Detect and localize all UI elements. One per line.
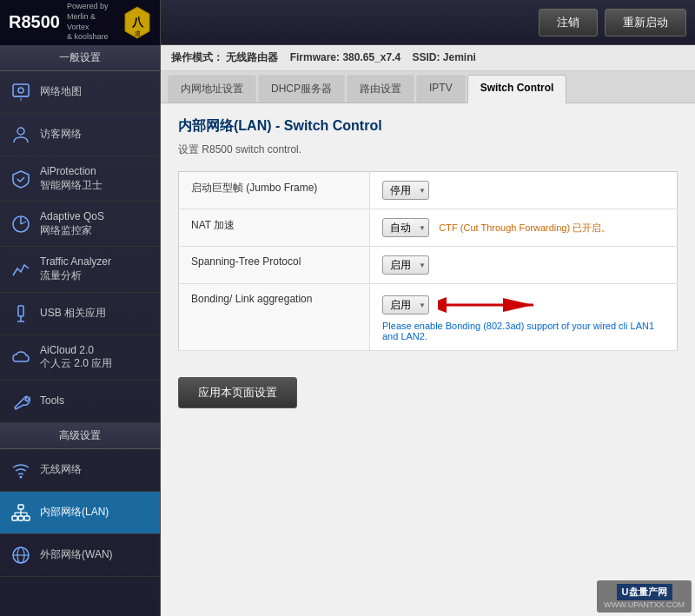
select-wrapper-nat: 自动 启用 停用 (382, 218, 429, 237)
wan-icon (9, 543, 33, 567)
header-buttons: 注销 重新启动 (539, 9, 695, 36)
bonding-note: Please enable Bonding (802.3ad) support … (382, 321, 665, 341)
map-icon (9, 80, 33, 104)
sidebar-label-ai-protection: AiProtection 智能网络卫士 (40, 165, 103, 192)
tab-switch-control[interactable]: Switch Control (467, 75, 567, 103)
main-layout: 一般设置 网络地图 访客网络 AiProtection 智能网络卫士 Adapt… (0, 45, 695, 616)
page-content: 内部网络(LAN) - Switch Control 设置 R8500 swit… (161, 103, 695, 365)
sidebar-item-aicloud[interactable]: AiCloud 2.0 个人云 2.0 应用 (0, 335, 160, 381)
table-row-spanning-tree: Spanning-Tree Protocol 启用 停用 (179, 247, 678, 284)
watermark-logo: U盘量产网 (617, 584, 672, 600)
svg-point-5 (18, 88, 23, 93)
sidebar-section-general: 一般设置 (0, 45, 160, 71)
svg-text:八: 八 (131, 16, 144, 29)
top-header: R8500 Powered by Merlin & Vortex & kools… (0, 0, 695, 45)
usb-icon (9, 301, 33, 326)
field-label-bonding: Bonding/ Link aggregation (179, 284, 370, 351)
field-label-spanning-tree: Spanning-Tree Protocol (179, 247, 370, 284)
spanning-tree-select[interactable]: 启用 停用 (382, 255, 429, 275)
table-row-jumbo: 启动巨型帧 (Jumbo Frame) 停用 启用 (179, 172, 678, 209)
nat-note: CTF (Cut Through Forwarding) 已开启。 (439, 222, 611, 233)
sidebar-item-lan[interactable]: 内部网络(LAN) (0, 492, 160, 534)
select-wrapper-jumbo: 停用 启用 (382, 181, 429, 200)
logo-icon: 八 道 (124, 5, 151, 40)
sidebar-label-adaptive-qos: Adaptive QoS 网络监控家 (40, 210, 104, 237)
jumbo-frame-select[interactable]: 停用 启用 (382, 181, 429, 200)
bonding-select[interactable]: 启用 停用 (382, 295, 429, 315)
sidebar-item-usb-apps[interactable]: USB 相关应用 (0, 293, 160, 335)
svg-text:道: 道 (135, 30, 141, 37)
logo-area: R8500 Powered by Merlin & Vortex & kools… (0, 0, 161, 45)
status-ssid-value: Jemini (443, 51, 476, 63)
sidebar-item-guest-network[interactable]: 访客网络 (0, 114, 160, 156)
svg-marker-27 (503, 298, 533, 312)
cloud-icon (9, 345, 33, 369)
qos-icon (9, 212, 33, 236)
status-ssid-label: SSID: (412, 51, 442, 63)
shield-icon (9, 167, 33, 191)
sidebar-section-advanced: 高级设置 (0, 423, 160, 449)
sidebar-item-wan[interactable]: 外部网络(WAN) (0, 534, 160, 577)
red-arrow-svg (438, 293, 542, 317)
status-firmware-value: 380.65_x7.4 (342, 51, 400, 63)
sidebar-label-network-map: 网络地图 (40, 85, 82, 99)
guest-icon (9, 123, 33, 147)
cancel-button[interactable]: 注销 (539, 9, 598, 36)
settings-table: 启动巨型帧 (Jumbo Frame) 停用 启用 N (178, 171, 678, 351)
table-row-bonding: Bonding/ Link aggregation 启用 停用 (179, 284, 678, 351)
sidebar-label-usb-apps: USB 相关应用 (40, 307, 106, 321)
tab-iptv[interactable]: IPTV (416, 75, 466, 103)
svg-rect-9 (18, 306, 23, 316)
status-firmware-label: Firmware: (290, 51, 343, 63)
svg-rect-15 (18, 516, 23, 520)
status-mode-value: 无线路由器 (226, 51, 278, 63)
sidebar-label-lan: 内部网络(LAN) (40, 506, 109, 520)
sidebar-item-traffic-analyzer[interactable]: Traffic Analyzer 流量分析 (0, 247, 160, 292)
sidebar-label-traffic-analyzer: Traffic Analyzer 流量分析 (40, 255, 111, 282)
sidebar-item-network-map[interactable]: 网络地图 (0, 71, 160, 114)
apply-btn-row: 应用本页面设置 (161, 365, 695, 421)
field-label-jumbo: 启动巨型帧 (Jumbo Frame) (179, 172, 370, 209)
sidebar-label-wan: 外部网络(WAN) (40, 548, 113, 562)
tabs-bar: 内网地址设置 DHCP服务器 路由设置 IPTV Switch Control (161, 71, 695, 103)
tab-lan[interactable]: 内网地址设置 (168, 75, 256, 103)
tab-dhcp[interactable]: DHCP服务器 (258, 75, 345, 103)
field-control-bonding: 启用 停用 (370, 284, 678, 351)
select-wrapper-bonding: 启用 停用 (382, 295, 429, 315)
reboot-button[interactable]: 重新启动 (605, 9, 686, 36)
svg-rect-3 (13, 84, 29, 96)
sidebar-label-aicloud: AiCloud 2.0 个人云 2.0 应用 (40, 344, 112, 371)
svg-point-7 (17, 128, 24, 135)
svg-rect-14 (12, 516, 17, 520)
sidebar-label-tools: Tools (40, 394, 64, 408)
wireless-icon (9, 458, 33, 482)
traffic-icon (9, 257, 33, 282)
sidebar: 一般设置 网络地图 访客网络 AiProtection 智能网络卫士 Adapt… (0, 45, 161, 616)
watermark-url: WWW.UPANTXX.COM (604, 600, 685, 609)
field-control-nat: 自动 启用 停用 CTF (Cut Through Forwarding) 已开… (370, 209, 678, 247)
content-area: 操作模式： 无线路由器 Firmware: 380.65_x7.4 SSID: … (161, 45, 695, 616)
lan-icon (9, 500, 33, 525)
tools-icon (9, 389, 33, 414)
watermark: U盘量产网 WWW.UPANTXX.COM (597, 580, 692, 613)
sidebar-item-tools[interactable]: Tools (0, 381, 160, 423)
select-wrapper-spanning-tree: 启用 停用 (382, 255, 429, 275)
nat-select[interactable]: 自动 启用 停用 (382, 218, 429, 237)
svg-point-12 (20, 475, 23, 478)
page-title: 内部网络(LAN) - Switch Control (178, 117, 678, 136)
field-label-nat: NAT 加速 (179, 209, 370, 247)
sidebar-label-guest-network: 访客网络 (40, 128, 82, 142)
status-bar: 操作模式： 无线路由器 Firmware: 380.65_x7.4 SSID: … (161, 45, 695, 71)
svg-rect-13 (18, 505, 23, 509)
sidebar-item-adaptive-qos[interactable]: Adaptive QoS 网络监控家 (0, 202, 160, 247)
arrow-annotation (438, 293, 542, 317)
field-control-spanning-tree: 启用 停用 (370, 247, 678, 284)
tab-route[interactable]: 路由设置 (347, 75, 414, 103)
powered-text: Powered by Merlin & Vortex & koolshare (67, 2, 119, 43)
apply-button[interactable]: 应用本页面设置 (178, 377, 297, 408)
sidebar-item-wireless[interactable]: 无线网络 (0, 449, 160, 492)
status-mode-label: 操作模式： (171, 51, 223, 63)
sidebar-item-ai-protection[interactable]: AiProtection 智能网络卫士 (0, 156, 160, 202)
table-row-nat: NAT 加速 自动 启用 停用 CTF (Cut Through Forward… (179, 209, 678, 247)
field-control-jumbo: 停用 启用 (370, 172, 678, 209)
